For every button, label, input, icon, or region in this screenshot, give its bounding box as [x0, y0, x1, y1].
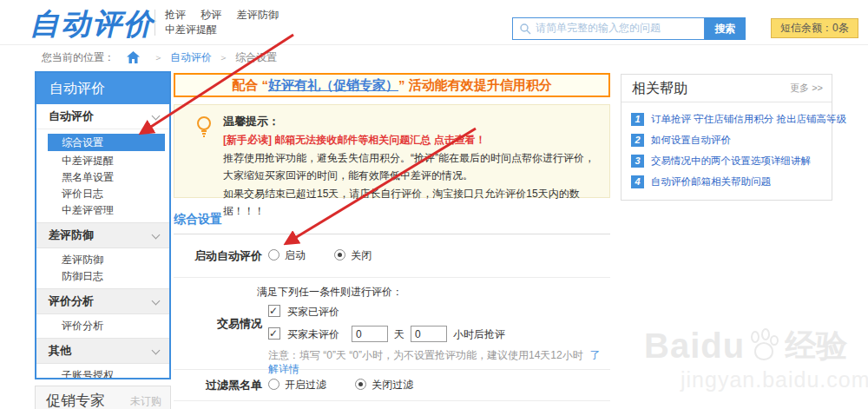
hours-suffix-label: 小时后抢评	[453, 328, 505, 340]
sidebar: 自动评价 自动评价 综合设置 中差评提醒 黑名单设置 评价日志 中差评管理 差评…	[35, 71, 171, 379]
promo-box[interactable]: 促销专家 未订购	[35, 386, 171, 409]
lightbulb-icon	[195, 115, 213, 142]
sidebar-section-label: 差评防御	[49, 228, 94, 241]
breadcrumb: 您当前的位置：＞自动评价＞综合设置	[42, 45, 277, 69]
logo-divider	[155, 10, 155, 36]
help-more-link[interactable]: 更多 >>	[790, 75, 823, 102]
help-list: 1 订单抢评 守住店铺信用积分 抢出店铺高等级 2 如何设置自动评价 3 交易情…	[621, 102, 832, 200]
sidebar-item-subaccount[interactable]: 子账号授权	[36, 367, 169, 379]
sidebar-item-review-remind[interactable]: 中差评提醒	[36, 153, 169, 169]
banner-prefix: 配合 “	[232, 77, 268, 92]
app-logo: 自动评价	[30, 4, 155, 44]
breadcrumb-link-auto-review[interactable]: 自动评价	[170, 51, 212, 63]
nav-item-instant-review[interactable]: 秒评	[201, 9, 221, 21]
search-box	[512, 17, 705, 40]
banner-suffix: ” 活动能有效提升信用积分	[398, 77, 552, 92]
baidu-jingyan-watermark: Baidu 经验 jingyan.baidu.com	[644, 325, 868, 393]
checkbox-buyer-reviewed[interactable]	[268, 305, 280, 317]
trade-label: 交易情况	[174, 316, 262, 332]
help-item-number: 4	[631, 175, 644, 188]
help-panel-title: 相关帮助	[632, 81, 687, 96]
breadcrumb-separator: ＞	[219, 52, 228, 63]
radio-start-label: 启动	[285, 249, 306, 261]
form-row-trade: 交易情况 满足下列任一条件则进行评价： 买家已评价 买家未评价天小时后抢评 注意…	[174, 278, 610, 370]
tips-box: 温馨提示： [新手必读] 邮箱无法接收邮件等相关问题汇总 点击查看！ 推荐使用抢…	[174, 104, 610, 198]
sidebar-item-general-settings[interactable]: 综合设置	[48, 134, 165, 151]
tips-alert-text: [新手必读] 邮箱无法接收邮件等相关问题汇总	[223, 134, 431, 146]
nav-item-grab-review[interactable]: 抢评	[165, 9, 186, 21]
sidebar-item-review-manage[interactable]: 中差评管理	[36, 202, 169, 219]
help-item-number: 2	[631, 134, 644, 147]
trade-note: 注意：填写 “0”天 “0”小时，为不设置抢评功能，建议使用14天12小时	[268, 349, 583, 361]
sidebar-item-defense-log[interactable]: 防御日志	[36, 268, 169, 285]
sidebar-item-blacklist-settings[interactable]: 黑名单设置	[36, 169, 169, 186]
help-item-2[interactable]: 2 如何设置自动评价	[631, 129, 832, 150]
days-input[interactable]	[352, 326, 388, 342]
sidebar-list: 差评防御 防御日志	[36, 248, 169, 288]
sidebar-list: 子账号授权	[36, 364, 169, 379]
help-item-3[interactable]: 3 交易情况中的两个设置选项详细讲解	[631, 150, 832, 171]
radio-option-close[interactable]: 关闭	[334, 249, 372, 261]
help-item-number: 1	[631, 113, 644, 126]
tips-alert-link[interactable]: 点击查看！	[434, 134, 486, 146]
days-unit-label: 天	[394, 328, 404, 340]
auto-start-label: 启动自动评价	[174, 248, 262, 264]
promo-banner: 配合 “好评有礼（促销专家）” 活动能有效提升信用积分	[174, 73, 610, 97]
form-row-auto-start: 启动自动评价 启动 关闭	[174, 234, 610, 278]
chevron-down-icon	[152, 231, 161, 240]
search-input[interactable]	[536, 18, 697, 37]
radio-filter-on-icon[interactable]	[268, 379, 279, 390]
breadcrumb-prefix: 您当前的位置：	[42, 51, 115, 63]
tips-title: 温馨提示：	[223, 113, 599, 130]
radio-option-start[interactable]: 启动	[268, 249, 306, 261]
help-item-link[interactable]: 自动评价邮箱相关帮助问题	[651, 175, 771, 188]
sidebar-item-analysis[interactable]: 评价分析	[36, 318, 169, 334]
sidebar-section-other[interactable]: 其他	[36, 338, 169, 364]
help-item-link[interactable]: 订单抢评 守住店铺信用积分 抢出店铺高等级	[651, 113, 846, 126]
help-item-link[interactable]: 交易情况中的两个设置选项详细讲解	[651, 155, 811, 168]
radio-filter-on-label: 开启过滤	[285, 379, 326, 391]
sidebar-section-label: 其他	[49, 344, 71, 357]
breadcrumb-separator: ＞	[154, 52, 163, 63]
chevron-down-icon	[152, 346, 161, 355]
checkbox-buyer-not-reviewed[interactable]	[268, 327, 280, 340]
sidebar-section-label: 自动评价	[49, 109, 94, 122]
help-item-number: 3	[631, 155, 644, 168]
main-content: 配合 “好评有礼（促销专家）” 活动能有效提升信用积分 温馨提示： [新手必读]…	[174, 71, 610, 409]
watermark-brand: Baidu	[644, 327, 745, 366]
help-item-link[interactable]: 如何设置自动评价	[651, 134, 731, 147]
blacklist-label: 过滤黑名单	[174, 378, 262, 393]
banner-link[interactable]: 好评有礼（促销专家）	[268, 77, 398, 92]
top-nav: 抢评 秒评 差评防御 中差评提醒	[165, 8, 291, 37]
sidebar-item-defense[interactable]: 差评防御	[36, 252, 169, 268]
chevron-down-icon	[152, 112, 161, 121]
help-item-4[interactable]: 4 自动评价邮箱相关帮助问题	[631, 171, 832, 192]
tips-paragraph-2: 如果交易结束已超过15天，请店长自行评价，淘宝接口只允许评价15天内的数据！！！	[223, 185, 599, 220]
sidebar-list: 评价分析	[36, 314, 169, 338]
search-button[interactable]: 搜索	[705, 17, 746, 40]
radio-filter-off-icon[interactable]	[355, 379, 366, 390]
help-panel: 相关帮助 更多 >> 1 订单抢评 守住店铺信用积分 抢出店铺高等级 2 如何设…	[621, 74, 832, 201]
help-item-1[interactable]: 1 订单抢评 守住店铺信用积分 抢出店铺高等级	[631, 109, 832, 129]
promo-title: 促销专家	[46, 391, 105, 409]
nav-item-bad-review-defense[interactable]: 差评防御	[237, 9, 279, 21]
paw-icon	[746, 327, 781, 366]
sidebar-section-analysis[interactable]: 评价分析	[36, 288, 169, 314]
sidebar-section-auto-review[interactable]: 自动评价	[36, 104, 169, 129]
sidebar-section-defense[interactable]: 差评防御	[36, 222, 169, 248]
home-icon[interactable]	[127, 48, 140, 72]
app-header: 自动评价 抢评 秒评 差评防御 中差评提醒 搜索 短信余额：0条	[0, 0, 868, 45]
sms-balance-badge: 短信余额：0条	[771, 18, 858, 38]
radio-close-icon[interactable]	[334, 249, 345, 261]
sidebar-section-label: 评价分析	[49, 294, 94, 307]
hours-input[interactable]	[411, 326, 447, 342]
sidebar-item-review-log[interactable]: 评价日志	[36, 186, 169, 202]
radio-start-icon[interactable]	[268, 249, 279, 261]
form-row-blacklist: 过滤黑名单 开启过滤 关闭过滤	[174, 370, 610, 401]
radio-option-filter-off[interactable]: 关闭过滤	[355, 379, 413, 391]
sidebar-title: 自动评价	[36, 73, 169, 104]
radio-close-label: 关闭	[351, 249, 372, 261]
radio-option-filter-on[interactable]: 开启过滤	[268, 379, 326, 391]
tips-paragraph-1: 推荐使用抢评功能，避免丢失信用积分。“抢评”能在最后的时间点帮你进行评价，大家缩…	[223, 149, 599, 184]
nav-item-review-remind[interactable]: 中差评提醒	[165, 23, 217, 36]
